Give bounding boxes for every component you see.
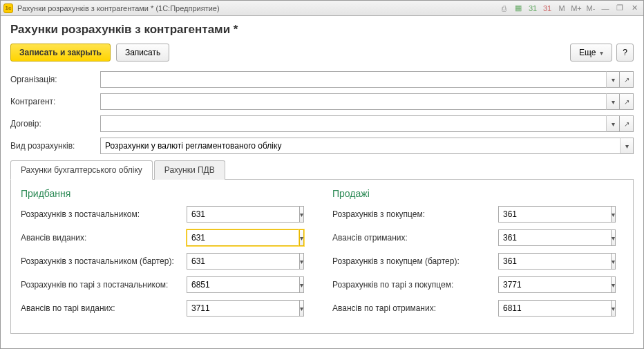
purchase-combo: ▾ <box>187 300 304 317</box>
label-contract: Договір: <box>10 119 100 129</box>
section-sales-title: Продажі <box>332 188 623 199</box>
dropdown-icon[interactable]: ▾ <box>611 206 616 223</box>
dropdown-icon[interactable]: ▾ <box>299 276 304 293</box>
print-icon[interactable]: ⎙ <box>498 3 510 14</box>
dropdown-icon[interactable]: ▾ <box>606 93 620 110</box>
dropdown-icon[interactable]: ▾ <box>299 229 304 246</box>
purchase-row: Розрахунків з постачальником:▾ <box>21 206 312 223</box>
purchase-input[interactable] <box>187 206 299 223</box>
purchase-combo: ▾ <box>187 229 304 246</box>
dropdown-icon[interactable]: ▾ <box>299 206 304 223</box>
contract-input[interactable] <box>100 115 606 132</box>
org-input[interactable] <box>100 71 606 88</box>
calendar-icon-2[interactable]: 31 <box>541 3 553 14</box>
sales-label: Розрахунків з покупцем: <box>332 209 498 219</box>
dropdown-icon[interactable]: ▾ <box>606 115 620 132</box>
purchase-combo: ▾ <box>187 276 304 293</box>
sales-label: Авансів отриманих: <box>332 233 498 243</box>
more-button[interactable]: Еще <box>570 44 612 62</box>
purchase-label: Розрахунків з постачальником: <box>21 209 187 219</box>
window: 1c Рахунки розрахунків з контрагентами *… <box>0 0 644 349</box>
content: Рахунки розрахунків з контрагентами * За… <box>1 16 643 348</box>
purchase-label: Авансів по тарі виданих: <box>21 303 187 313</box>
sales-combo: ▾ <box>498 300 616 317</box>
purchase-input[interactable] <box>187 253 299 270</box>
sales-combo: ▾ <box>498 253 616 270</box>
open-icon[interactable]: ↗ <box>620 93 634 110</box>
memory-m-icon[interactable]: M <box>556 3 568 14</box>
sales-row: Розрахунків з покупцем (бартер):▾ <box>332 253 623 270</box>
minimize-icon[interactable]: — <box>599 3 612 14</box>
save-button[interactable]: Записать <box>116 44 169 62</box>
sales-combo: ▾ <box>498 229 616 246</box>
titlebar: 1c Рахунки розрахунків з контрагентами *… <box>1 1 643 16</box>
purchase-input[interactable] <box>187 276 299 293</box>
titlebar-actions: ⎙ ▦ 31 31 M M+ M- — ❐ ✕ <box>498 3 641 14</box>
sales-label: Авансів по тарі отриманих: <box>332 303 498 313</box>
purchase-row: Авансів по тарі виданих:▾ <box>21 300 312 317</box>
sales-input[interactable] <box>498 253 611 270</box>
restore-icon[interactable]: ❐ <box>614 3 626 14</box>
dropdown-icon[interactable]: ▾ <box>299 300 304 317</box>
memory-mplus-icon[interactable]: M+ <box>570 3 583 14</box>
sales-input[interactable] <box>498 206 611 223</box>
sales-combo: ▾ <box>498 276 616 293</box>
row-contract: Договір: ▾ ↗ <box>10 115 634 132</box>
purchase-row: Розрахунків з постачальником (бартер):▾ <box>21 253 312 270</box>
purchase-label: Розрахунків з постачальником (бартер): <box>21 256 187 266</box>
purchase-row: Розрахунків по тарі з постачальником:▾ <box>21 276 312 293</box>
grid-icon[interactable]: ▦ <box>512 3 524 14</box>
open-icon[interactable]: ↗ <box>620 71 634 88</box>
purchase-combo: ▾ <box>187 253 304 270</box>
tab-accounts[interactable]: Рахунки бухгалтерського обліку <box>10 160 153 180</box>
section-purchase-title: Придбання <box>21 188 312 199</box>
sales-input[interactable] <box>498 276 611 293</box>
row-calc-type: Вид розрахунків: ▾ <box>10 138 634 154</box>
dropdown-icon[interactable]: ▾ <box>606 71 620 88</box>
sales-row: Розрахунків по тарі з покупцем:▾ <box>332 276 623 293</box>
dropdown-icon[interactable]: ▾ <box>611 300 616 317</box>
window-title: Рахунки розрахунків з контрагентами * (1… <box>17 4 220 12</box>
dropdown-icon[interactable]: ▾ <box>620 138 634 154</box>
app-icon: 1c <box>3 3 13 13</box>
memory-mminus-icon[interactable]: M- <box>585 3 597 14</box>
calc-type-input[interactable] <box>100 138 620 154</box>
col-purchase: Придбання Розрахунків з постачальником:▾… <box>21 188 312 323</box>
row-org: Організація: ▾ ↗ <box>10 71 634 88</box>
contragent-input[interactable] <box>100 93 606 110</box>
sales-input[interactable] <box>498 229 611 246</box>
purchase-label: Розрахунків по тарі з постачальником: <box>21 280 187 290</box>
page-title: Рахунки розрахунків з контрагентами * <box>10 23 634 37</box>
dropdown-icon[interactable]: ▾ <box>611 276 616 293</box>
dropdown-icon[interactable]: ▾ <box>611 253 616 270</box>
purchase-row: Авансів виданих:▾ <box>21 229 312 246</box>
sales-input[interactable] <box>498 300 611 317</box>
label-contragent: Контрагент: <box>10 97 100 106</box>
calendar-icon[interactable]: 31 <box>527 3 539 14</box>
save-close-button[interactable]: Записать и закрыть <box>10 44 111 62</box>
label-calc-type: Вид розрахунків: <box>10 141 100 151</box>
help-button[interactable]: ? <box>616 44 634 62</box>
purchase-input[interactable] <box>187 229 299 246</box>
purchase-label: Авансів виданих: <box>21 233 187 243</box>
label-org: Організація: <box>10 75 100 84</box>
purchase-input[interactable] <box>187 300 299 317</box>
sales-label: Розрахунків по тарі з покупцем: <box>332 280 498 290</box>
sales-label: Розрахунків з покупцем (бартер): <box>332 256 498 266</box>
dropdown-icon[interactable]: ▾ <box>299 253 304 270</box>
tab-panel-accounts: Придбання Розрахунків з постачальником:▾… <box>10 180 634 334</box>
sales-row: Авансів отриманих:▾ <box>332 229 623 246</box>
dropdown-icon[interactable]: ▾ <box>611 229 616 246</box>
sales-combo: ▾ <box>498 206 616 223</box>
close-icon[interactable]: ✕ <box>628 3 641 14</box>
purchase-combo: ▾ <box>187 206 304 223</box>
row-contragent: Контрагент: ▾ ↗ <box>10 93 634 110</box>
toolbar: Записать и закрыть Записать Еще ? <box>10 44 634 62</box>
sales-row: Авансів по тарі отриманих:▾ <box>332 300 623 317</box>
sales-row: Розрахунків з покупцем:▾ <box>332 206 623 223</box>
open-icon[interactable]: ↗ <box>620 115 634 132</box>
tabs: Рахунки бухгалтерського обліку Рахунки П… <box>10 160 634 180</box>
tab-vat[interactable]: Рахунки ПДВ <box>154 160 225 180</box>
col-sales: Продажі Розрахунків з покупцем:▾Авансів … <box>332 188 623 323</box>
